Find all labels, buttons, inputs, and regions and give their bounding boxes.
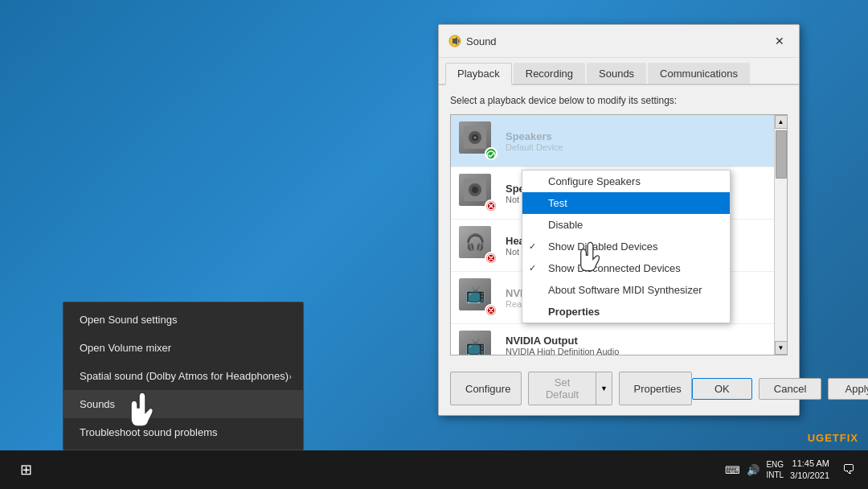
device-name: Speakers (506, 130, 766, 142)
device-list-container: Speakers Default Device (450, 114, 788, 355)
device-item-nvidia-output[interactable]: 📺 NVIDIA Output NVIDIA High Definition A… (451, 324, 774, 355)
context-menu: Open Sound settings Open Volume mixer Sp… (63, 302, 304, 450)
ok-button[interactable]: OK (692, 378, 752, 400)
dialog-buttons-right: OK Cancel Apply (692, 378, 868, 400)
keyboard-icon: ⌨ (725, 464, 740, 476)
tv2-icon: 📺 (459, 331, 491, 355)
scroll-thumb[interactable] (776, 130, 787, 179)
status-badge-green (485, 147, 497, 160)
lang-indicator: ENGINTL (766, 459, 784, 480)
device-item-speakers[interactable]: Speakers Default Device (451, 115, 774, 167)
taskbar: ⊞ ⌨ 🔊 ENGINTL 11:45 AM 3/10/2021 🗨 (0, 450, 868, 489)
tab-communications[interactable]: Communications (648, 63, 750, 84)
check-show-disabled: ✓ (529, 241, 542, 252)
dropdown-item-show-disconnected[interactable]: ✓ Show Disconnected Devices (522, 257, 730, 279)
tab-recording[interactable]: Recording (514, 63, 585, 84)
scrollbar[interactable]: ▲ ▼ (774, 115, 787, 355)
configure-button[interactable]: Configure (450, 372, 522, 405)
desktop: Open Sound settings Open Volume mixer Sp… (0, 0, 868, 489)
properties-button[interactable]: Properties (619, 372, 692, 405)
svg-point-8 (472, 187, 478, 193)
start-button[interactable]: ⊞ (6, 450, 45, 489)
cancel-button[interactable]: Cancel (759, 378, 821, 400)
status-badge-red-3 (485, 252, 497, 265)
dialog-subtitle: Select a playback device below to modify… (450, 95, 788, 106)
context-menu-item-sounds[interactable]: Sounds (63, 390, 303, 418)
watermark: UGETFIX (808, 432, 858, 444)
context-menu-item-troubleshoot[interactable]: Troubleshoot sound problems (63, 418, 303, 446)
tab-sounds[interactable]: Sounds (587, 63, 646, 84)
watermark-prefix: U (808, 432, 816, 444)
device-status: Default Device (506, 142, 766, 152)
device-icon-speakers2-wrap (459, 174, 497, 212)
apply-button[interactable]: Apply (828, 378, 868, 400)
dialog-buttons-left: Configure Set Default ▼ Properties (450, 372, 692, 405)
status-badge-red-2 (485, 199, 497, 212)
device-icon-speakers-wrap (459, 121, 497, 160)
device-info-nvidia-output: NVIDIA Output NVIDIA High Definition Aud… (506, 335, 766, 355)
tab-playback[interactable]: Playback (445, 63, 512, 85)
watermark-suffix: FIX (840, 432, 858, 444)
device-icon-nvidia-output-wrap: 📺 (459, 331, 497, 355)
scroll-down-button[interactable]: ▼ (775, 341, 788, 355)
device-desc-5: NVIDIA High Definition Audio (506, 347, 766, 355)
taskbar-clock: 11:45 AM 3/10/2021 (790, 458, 829, 483)
dropdown-item-properties[interactable]: Properties (522, 301, 730, 323)
dropdown-item-configure[interactable]: Configure Speakers (522, 171, 730, 192)
dialog-close-button[interactable]: ✕ (770, 31, 789, 51)
chevron-right-icon: › (289, 372, 292, 381)
volume-icon[interactable]: 🔊 (747, 464, 760, 476)
device-icon-headphones-wrap: 🎧 (459, 226, 497, 265)
device-info-speakers: Speakers Default Device (506, 130, 766, 152)
dropdown-item-show-disabled[interactable]: ✓ Show Disabled Devices (522, 236, 730, 257)
set-default-split: Set Default ▼ (528, 372, 612, 405)
dialog-titlebar: Sound ✕ (439, 25, 799, 58)
status-badge-red-4 (485, 304, 497, 317)
device-name-5: NVIDIA Output (506, 335, 766, 347)
taskbar-system-tray: ⌨ 🔊 ENGINTL 11:45 AM 3/10/2021 🗨 (719, 458, 862, 483)
dropdown-item-test[interactable]: Test (522, 192, 730, 214)
context-menu-item-open-sound-settings[interactable]: Open Sound settings (63, 306, 303, 334)
set-default-button[interactable]: Set Default (529, 372, 596, 405)
context-menu-item-open-volume-mixer[interactable]: Open Volume mixer (63, 334, 303, 362)
clock-date: 3/10/2021 (790, 470, 829, 482)
context-menu-item-spatial-sound[interactable]: Spatial sound (Dolby Atmos for Headphone… (63, 362, 303, 390)
dropdown-item-about-midi[interactable]: About Software MIDI Synthesizer (522, 279, 730, 301)
svg-point-4 (474, 137, 477, 139)
clock-time: 11:45 AM (790, 458, 829, 470)
dropdown-context-menu: Configure Speakers Test Disable ✓ Show D… (522, 170, 731, 323)
dialog-title: Sound (448, 35, 497, 47)
watermark-highlight: GET (816, 432, 840, 444)
dropdown-item-disable[interactable]: Disable (522, 214, 730, 236)
dialog-title-text: Sound (466, 35, 497, 47)
dialog-buttons: Configure Set Default ▼ Properties OK Ca… (439, 365, 799, 415)
notification-icon[interactable]: 🗨 (842, 462, 855, 477)
dialog-content: Select a playback device below to modify… (439, 85, 799, 365)
set-default-arrow-button[interactable]: ▼ (596, 372, 611, 405)
taskbar-left: ⊞ (6, 450, 45, 489)
check-show-disconnected: ✓ (529, 263, 542, 273)
sound-dialog: Sound ✕ Playback Recording Sounds Commun… (438, 24, 800, 416)
device-icon-nvidia-wrap: 📺 (459, 278, 497, 317)
sound-title-icon (448, 35, 461, 47)
dialog-tabs: Playback Recording Sounds Communications (439, 58, 799, 85)
scroll-up-button[interactable]: ▲ (775, 115, 788, 129)
